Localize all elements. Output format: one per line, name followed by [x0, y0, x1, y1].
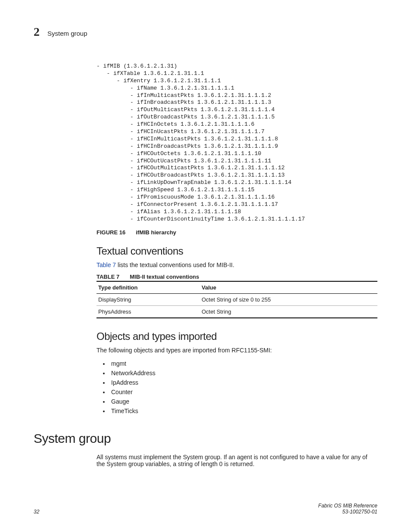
- footer-doc-title: Fabric OS MIB Reference: [318, 503, 377, 509]
- table-7-link[interactable]: Table 7: [97, 261, 116, 268]
- table-cell-value: Octet String: [200, 305, 377, 318]
- running-title: System group: [47, 30, 87, 37]
- textual-intro-rest: lists the textual conventions used for M…: [116, 261, 234, 268]
- table-header-value: Value: [200, 281, 377, 294]
- table-cell-type: PhysAddress: [97, 305, 200, 318]
- list-item: Gauge: [109, 397, 377, 406]
- list-item: NetworkAddress: [109, 368, 377, 378]
- figure-title: ifMIB hierarchy: [136, 229, 176, 236]
- page-number: 32: [34, 509, 39, 515]
- textual-intro: Table 7 lists the textual conventions us…: [97, 261, 377, 268]
- objects-intro: The following objects and types are impo…: [97, 347, 377, 354]
- figure-label: FIGURE 16: [97, 229, 125, 236]
- system-group-body: All systems must implement the System gr…: [97, 454, 377, 467]
- table-title: MIB-II textual conventions: [130, 274, 199, 280]
- list-item: mgmt: [109, 359, 377, 368]
- list-item: TimeTicks: [109, 406, 377, 416]
- imported-objects-list: mgmtNetworkAddressIpAddressCounterGaugeT…: [109, 359, 377, 416]
- chapter-number: 2: [34, 25, 40, 39]
- heading-objects-imported: Objects and types imported: [97, 330, 377, 342]
- table-header-type: Type definition: [97, 281, 200, 294]
- mib-hierarchy-code: - ifMIB (1.3.6.1.2.1.31) - ifXTable 1.3.…: [97, 63, 377, 223]
- list-item: Counter: [109, 387, 377, 397]
- mib-ii-textual-conventions-table: Type definition Value DisplayStringOctet…: [97, 281, 377, 318]
- heading-textual-conventions: Textual conventions: [97, 245, 377, 257]
- table-caption: TABLE 7MIB-II textual conventions: [97, 274, 377, 280]
- figure-caption: FIGURE 16ifMIB hierarchy: [97, 229, 377, 236]
- heading-system-group: System group: [34, 431, 377, 446]
- table-label: TABLE 7: [97, 274, 119, 280]
- list-item: IpAddress: [109, 378, 377, 387]
- table-cell-value: Octet String of size 0 to 255: [200, 293, 377, 305]
- table-row: PhysAddressOctet String: [97, 305, 377, 318]
- footer-doc-number: 53-1002750-01: [342, 509, 377, 515]
- page-footer: 32 Fabric OS MIB Reference 53-1002750-01: [34, 503, 377, 515]
- page-header: 2 System group: [34, 25, 377, 39]
- table-row: DisplayStringOctet String of size 0 to 2…: [97, 293, 377, 305]
- table-cell-type: DisplayString: [97, 293, 200, 305]
